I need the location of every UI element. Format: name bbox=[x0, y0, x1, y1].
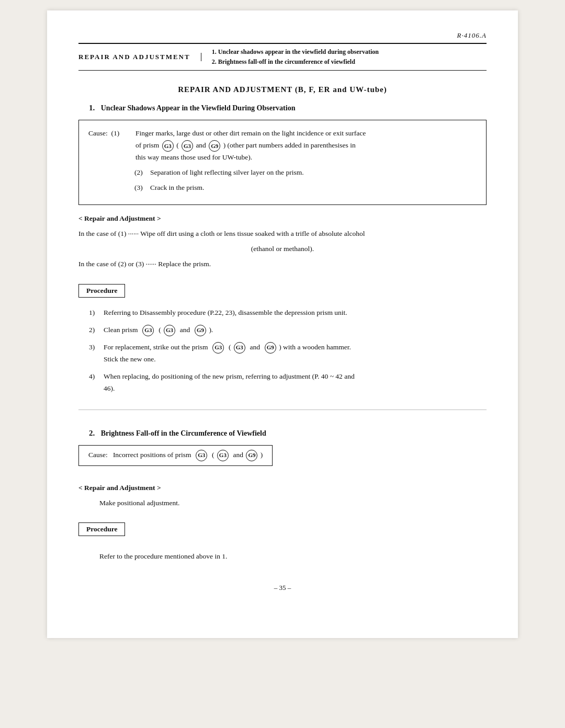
section-divider bbox=[78, 410, 487, 410]
header-right-line1: 1. Unclear shadows appear in the viewfie… bbox=[212, 47, 379, 57]
repair-adj-text-1b: (ethanol or methanol). bbox=[78, 243, 487, 255]
cause-open-paren: ( bbox=[176, 141, 179, 149]
proc-text-3b: Stick the new one. bbox=[104, 354, 156, 366]
proc-text-3: For replacement, strike out the prism G3… bbox=[104, 342, 351, 354]
proc-text-4b: 46). bbox=[104, 383, 115, 395]
proc-text-2: Clean prism G3 ( G3 and G9 ). bbox=[104, 324, 487, 336]
cause-row-3: (3) Crack in the prism. bbox=[88, 182, 477, 194]
page-ref: R·4106.A bbox=[457, 31, 487, 40]
proc-num-3: 3) bbox=[89, 342, 104, 354]
page: R·4106.A REPAIR AND ADJUSTMENT 1. Unclea… bbox=[47, 10, 518, 638]
cause-text-3: Crack in the prism. bbox=[150, 182, 477, 194]
section1-heading-text: Unclear Shadows Appear in the Viewfield … bbox=[101, 104, 296, 112]
cause-row-1: Cause: (1) Finger marks, large dust or o… bbox=[88, 128, 477, 164]
circle-g3-1: G3 bbox=[162, 140, 174, 152]
cause-num-3: (3) bbox=[134, 182, 150, 194]
circle-g9-p3: G9 bbox=[265, 342, 276, 354]
proc-text-s2: Refer to the procedure mentioned above i… bbox=[99, 551, 487, 563]
cause-text-1f: this way means those used for UW-tube). bbox=[135, 152, 477, 164]
cause-text-1a: Finger marks, large dust or other dirt r… bbox=[135, 128, 477, 140]
proc-text-4a: When replacing, do positioning of the ne… bbox=[104, 371, 355, 383]
section2-number: 2. bbox=[89, 429, 95, 437]
circle-g3-p3-1: G3 bbox=[212, 342, 224, 354]
repair-adj-heading-1: < Repair and Adjustment > bbox=[78, 214, 487, 223]
cause-text-of-prism: of prism bbox=[135, 141, 161, 149]
cause-text-paren-end: ) (other part numbers added in parenthes… bbox=[223, 141, 356, 149]
section2-heading-text: Brightness Fall-off in the Circumference… bbox=[101, 429, 266, 437]
proc-num-4: 4) bbox=[89, 371, 104, 383]
cause-and-1: and bbox=[196, 141, 208, 149]
circle-g3-s2-2: G3 bbox=[217, 450, 229, 461]
cause2-label: Cause: bbox=[88, 451, 111, 459]
section-1: 1. Unclear Shadows Appear in the Viewfie… bbox=[78, 104, 487, 394]
repair-adj-text-s2: Make positional adjustment. bbox=[99, 497, 487, 509]
proc-list-1: 1) Referring to Disassembly procedure (P… bbox=[78, 307, 487, 395]
cause-num-2: (2) bbox=[134, 167, 150, 178]
page-number: – 35 – bbox=[78, 584, 487, 592]
section2-heading: 2. Brightness Fall-off in the Circumfere… bbox=[89, 429, 487, 438]
proc-num-1: 1) bbox=[89, 307, 104, 319]
circle-g3-2: G3 bbox=[182, 140, 193, 152]
page-header: R·4106.A bbox=[78, 31, 487, 40]
header-bar: REPAIR AND ADJUSTMENT 1. Unclear shadows… bbox=[78, 43, 487, 71]
proc-text-1: Referring to Disassembly procedure (P.22… bbox=[104, 307, 487, 319]
main-section-title: REPAIR AND ADJUSTMENT (B, F, ER and UW-t… bbox=[78, 85, 487, 94]
circle-g3-p2-2: G3 bbox=[164, 325, 175, 336]
circle-g9-1: G9 bbox=[209, 140, 220, 152]
section1-number: 1. bbox=[89, 104, 95, 112]
repair-adj-text-1a: In the case of (1) ······ Wipe off dirt … bbox=[78, 228, 487, 240]
proc-item-1: 1) Referring to Disassembly procedure (P… bbox=[89, 307, 487, 319]
header-right-text: 1. Unclear shadows appear in the viewfie… bbox=[201, 47, 379, 67]
cause-content-1: Finger marks, large dust or other dirt r… bbox=[135, 128, 477, 164]
section1-heading: 1. Unclear Shadows Appear in the Viewfie… bbox=[89, 104, 487, 112]
header-right-line2: 2. Brightness fall-off in the circumfere… bbox=[212, 57, 379, 67]
cause-box-1: Cause: (1) Finger marks, large dust or o… bbox=[78, 120, 487, 205]
procedure-box-2: Procedure bbox=[78, 522, 125, 536]
cause-text-1b: of prism G3 ( G3 and G9 ) (other part nu… bbox=[135, 140, 477, 152]
proc-item-3: 3) For replacement, strike out the prism… bbox=[89, 342, 487, 366]
procedure-box-1: Procedure bbox=[78, 284, 125, 298]
proc-item-4: 4) When replacing, do positioning of the… bbox=[89, 371, 487, 395]
circle-g3-s2-1: G3 bbox=[196, 450, 207, 461]
circle-g9-s2: G9 bbox=[246, 450, 257, 461]
cause-text-2: Separation of light reflecting silver la… bbox=[150, 167, 477, 179]
circle-g3-p2-1: G3 bbox=[142, 325, 154, 336]
cause-label: Cause: (1) bbox=[88, 128, 135, 139]
proc-num-2: 2) bbox=[89, 324, 104, 336]
cause-row-2: (2) Separation of light reflecting silve… bbox=[88, 167, 477, 179]
cause-box-2: Cause: Incorrect positions of prism G3 (… bbox=[78, 445, 273, 466]
circle-g3-p3-2: G3 bbox=[234, 342, 245, 354]
cause2-text: Incorrect positions of prism bbox=[113, 451, 191, 459]
repair-adj-heading-2: < Repair and Adjustment > bbox=[78, 484, 487, 492]
proc-item-2: 2) Clean prism G3 ( G3 and G9 ). bbox=[89, 324, 487, 336]
repair-adj-text-2: In the case of (2) or (3) ······ Replace… bbox=[78, 258, 487, 270]
header-left-label: REPAIR AND ADJUSTMENT bbox=[78, 53, 201, 61]
circle-g9-p2: G9 bbox=[195, 325, 206, 336]
section-2: 2. Brightness Fall-off in the Circumfere… bbox=[78, 429, 487, 563]
